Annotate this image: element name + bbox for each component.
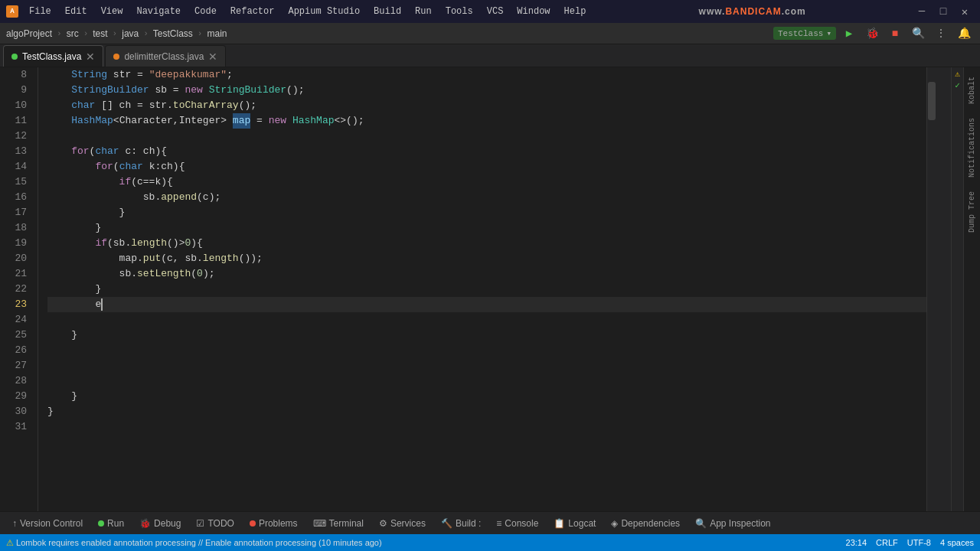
console-label: Console: [505, 518, 538, 529]
scroll-bar[interactable]: [926, 67, 936, 511]
code-line-31: [47, 419, 963, 435]
kobalt-panel-label[interactable]: Kobalt: [966, 70, 978, 110]
run-tool-button[interactable]: Run: [92, 517, 130, 530]
menu-run[interactable]: Run: [409, 5, 438, 18]
run-button[interactable]: ▶: [839, 25, 859, 42]
problems-button[interactable]: Problems: [243, 517, 304, 530]
code-line-22: }: [47, 282, 963, 297]
code-line-20: map.put(c, sb.length());: [47, 251, 963, 266]
logcat-button[interactable]: 📋 Logcat: [547, 517, 602, 530]
code-line-19: if(sb.length()>0){: [47, 236, 963, 251]
tab-close-testclass[interactable]: ✕: [86, 51, 95, 63]
app-inspection-icon: 🔍: [695, 518, 707, 529]
settings-button[interactable]: ⋮: [931, 25, 951, 42]
menu-navigate[interactable]: Navigate: [130, 5, 187, 18]
tab-delimitter[interactable]: delimitterClass.java ✕: [105, 45, 226, 67]
code-line-27: [47, 358, 963, 373]
terminal-button[interactable]: ⌨ Terminal: [307, 517, 370, 530]
console-icon: ≡: [496, 518, 501, 529]
version-control-button[interactable]: ↑ Version Control: [6, 517, 89, 530]
code-line-11: HashMap<Character,Integer> map = new Has…: [47, 113, 963, 129]
code-line-21: sb.setLength(0);: [47, 266, 963, 282]
debug-run-button[interactable]: 🐞: [862, 25, 882, 42]
breadcrumb-project[interactable]: algoProject: [6, 28, 52, 39]
line-numbers: 8 9 10 11 12 13 14 15 16 17 18 19 20 21 …: [0, 67, 38, 511]
close-button[interactable]: ✕: [956, 4, 974, 19]
menu-refactor[interactable]: Refactor: [224, 5, 281, 18]
dump-tree-label[interactable]: Dump Tree: [966, 185, 978, 239]
debug-tool-button[interactable]: 🐞 Debug: [133, 517, 187, 530]
menu-window[interactable]: Window: [511, 5, 556, 18]
tab-dot-orange: [113, 54, 119, 60]
breadcrumb-testclass[interactable]: TestClass: [153, 28, 193, 39]
menu-tools[interactable]: Tools: [439, 5, 479, 18]
ok-indicator: ✓: [955, 80, 960, 90]
logcat-label: Logcat: [568, 518, 596, 529]
breadcrumb-java[interactable]: java: [122, 28, 139, 39]
debug-icon: 🐞: [139, 518, 151, 529]
code-line-13: for(char c: ch){: [47, 144, 963, 159]
menu-code[interactable]: Code: [188, 5, 223, 18]
menu-edit[interactable]: Edit: [59, 5, 93, 18]
editor-container[interactable]: 8 9 10 11 12 13 14 15 16 17 18 19 20 21 …: [0, 67, 963, 511]
tab-dot-green: [11, 54, 18, 60]
chevron-down-icon: ▾: [826, 28, 831, 38]
code-line-24: [47, 312, 963, 328]
menu-file[interactable]: File: [23, 5, 57, 18]
code-line-15: if(c==k){: [47, 174, 963, 190]
code-line-23: e: [47, 297, 963, 312]
notifications-panel-label[interactable]: Notifications: [966, 112, 978, 184]
line-ending: CRLF: [876, 538, 898, 547]
notifications-button[interactable]: 🔔: [954, 25, 974, 42]
todo-button[interactable]: ☑ TODO: [190, 517, 240, 530]
build-button[interactable]: 🔨 Build :: [435, 517, 487, 530]
menu-build[interactable]: Build: [368, 5, 407, 18]
version-control-label: Version Control: [20, 518, 83, 529]
search-button[interactable]: 🔍: [908, 25, 928, 42]
menu-view[interactable]: View: [95, 5, 129, 18]
far-right-panel: Kobalt Notifications Dump Tree: [963, 67, 980, 511]
build-label: Build :: [456, 518, 481, 529]
code-line-17: }: [47, 205, 963, 220]
code-line-29: }: [47, 389, 963, 404]
code-line-8: String str = "deepakkumar";: [47, 67, 963, 83]
status-right: 23:14 CRLF UTF-8 4 spaces: [846, 538, 974, 547]
status-bar: ⚠ Lombok requires enabled annotation pro…: [0, 534, 980, 551]
run-config-selector[interactable]: TestClass ▾: [773, 27, 836, 40]
code-line-9: StringBuilder sb = new StringBuilder();: [47, 83, 963, 98]
cursor-position: 23:14: [846, 538, 867, 547]
minimize-button[interactable]: ─: [913, 4, 931, 19]
titlebar-right: ─ □ ✕: [913, 4, 974, 19]
debug-label: Debug: [154, 518, 181, 529]
menu-help[interactable]: Help: [558, 5, 593, 18]
code-editor[interactable]: String str = "deepakkumar"; StringBuilde…: [38, 67, 963, 511]
breadcrumb-src[interactable]: src: [67, 28, 79, 39]
warning-message: ⚠ Lombok requires enabled annotation pro…: [6, 538, 382, 548]
breadcrumb-main[interactable]: main: [207, 28, 227, 39]
nav-right: TestClass ▾ ▶ 🐞 ■ 🔍 ⋮ 🔔: [773, 25, 974, 42]
problems-dot: [250, 520, 256, 527]
logcat-icon: 📋: [554, 518, 565, 529]
dependencies-icon: ◈: [611, 518, 618, 529]
code-line-25: }: [47, 328, 963, 343]
dependencies-button[interactable]: ◈ Dependencies: [605, 517, 686, 530]
console-button[interactable]: ≡ Console: [490, 517, 544, 530]
terminal-label: Terminal: [329, 518, 364, 529]
code-line-12: [47, 129, 963, 144]
run-dot-green: [98, 520, 104, 527]
terminal-icon: ⌨: [313, 518, 326, 529]
app-inspection-button[interactable]: 🔍 App Inspection: [689, 517, 776, 530]
bottom-toolbar: ↑ Version Control Run 🐞 Debug ☑ TODO Pro…: [0, 511, 980, 534]
tab-close-delimitter[interactable]: ✕: [208, 51, 217, 63]
version-control-icon: ↑: [12, 518, 17, 529]
menu-appium[interactable]: Appium Studio: [282, 5, 366, 18]
menu-vcs[interactable]: VCS: [481, 5, 510, 18]
maximize-button[interactable]: □: [934, 4, 952, 19]
stop-button[interactable]: ■: [885, 25, 905, 42]
code-line-10: char [] ch = str.toCharArray();: [47, 98, 963, 113]
tab-testclass[interactable]: TestClass.java ✕: [3, 45, 103, 67]
todo-label: TODO: [207, 518, 234, 529]
breadcrumb-test[interactable]: test: [93, 28, 107, 39]
brand-highlight: BANDICAM: [725, 6, 781, 17]
services-button[interactable]: ⚙ Services: [373, 517, 432, 530]
